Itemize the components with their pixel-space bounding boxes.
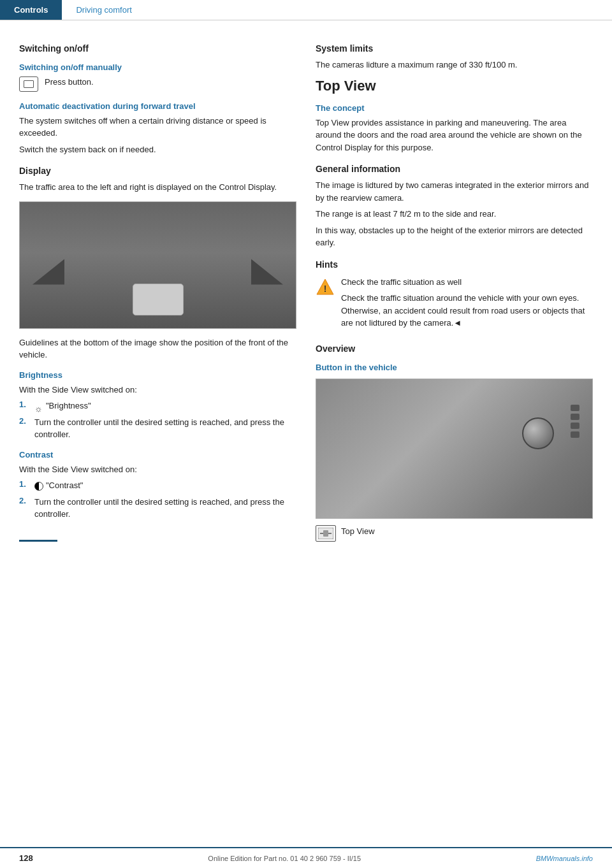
display-image bbox=[19, 201, 296, 329]
button-in-vehicle-image bbox=[316, 379, 593, 519]
hints-warning-block: ! Check the traffic situation as well Ch… bbox=[316, 276, 593, 333]
hints-title: Hints bbox=[316, 259, 593, 270]
ctrl-btn-4 bbox=[571, 431, 579, 438]
left-column: Switching on/off Switching on/off manual… bbox=[19, 33, 296, 542]
brightness-intro: With the Side View switched on: bbox=[19, 384, 296, 396]
svg-rect-3 bbox=[323, 530, 328, 537]
concept-text: Top View provides assistance in parking … bbox=[316, 117, 593, 154]
footer-edition-info: Online Edition for Part no. 01 40 2 960 … bbox=[208, 855, 361, 862]
tab-driving[interactable]: Driving comfort bbox=[62, 0, 145, 20]
contrast-step2-num: 2. bbox=[19, 496, 29, 505]
contrast-step2: 2. Turn the controller until the desired… bbox=[19, 496, 296, 521]
ctrl-btn-1 bbox=[571, 405, 579, 411]
switching-title: Switching on/off bbox=[19, 43, 296, 54]
display-caption: Guidelines at the bottom of the image sh… bbox=[19, 336, 296, 361]
auto-deact-text1: The system switches off when a certain d… bbox=[19, 115, 296, 140]
contrast-step1-content: "Contrast" bbox=[34, 479, 296, 492]
svg-text:!: ! bbox=[324, 284, 327, 294]
switching-sub-title: Switching on/off manually bbox=[19, 62, 296, 72]
hints-warning-text: Check the traffic situation as well bbox=[341, 276, 593, 289]
contrast-step1: 1. "Contrast" bbox=[19, 479, 296, 492]
topview-svg bbox=[318, 528, 333, 539]
hints-body: Check the traffic situation around the v… bbox=[341, 292, 593, 329]
main-content: Switching on/off Switching on/off manual… bbox=[0, 20, 612, 580]
brightness-step1-text: "Brightness" bbox=[34, 400, 296, 412]
general-info-text1: The image is lidtured by two cameras int… bbox=[316, 179, 593, 204]
contrast-icon bbox=[34, 482, 43, 491]
topview-badge-text: Top View bbox=[341, 525, 375, 538]
contrast-title: Contrast bbox=[19, 450, 296, 459]
brightness-step1-content: "Brightness" bbox=[34, 400, 296, 412]
brightness-step1-num: 1. bbox=[19, 400, 29, 409]
contrast-intro: With the Side View switched on: bbox=[19, 463, 296, 476]
general-info-text3: In this way, obstacles up to the height … bbox=[316, 224, 593, 249]
auto-deact-title: Automatic deactivation during forward tr… bbox=[19, 101, 296, 111]
warning-triangle-icon: ! bbox=[316, 277, 335, 296]
ctrl-btn-3 bbox=[571, 423, 579, 429]
sun-icon bbox=[34, 402, 43, 411]
topview-icon bbox=[316, 525, 336, 542]
controller-buttons bbox=[571, 405, 579, 438]
general-info-title: General information bbox=[316, 164, 593, 174]
controller-knob bbox=[522, 417, 554, 449]
concept-title: The concept bbox=[316, 103, 593, 113]
topview-badge: Top View bbox=[316, 525, 593, 542]
button-image-inner bbox=[316, 379, 592, 518]
top-view-big-title: Top View bbox=[316, 78, 593, 94]
auto-deact-text2: Switch the system back on if needed. bbox=[19, 143, 296, 156]
brightness-step1: 1. "Brightness" bbox=[19, 400, 296, 412]
brightness-step2-text: Turn the controller until the desired se… bbox=[34, 416, 296, 441]
car-left-graphic bbox=[33, 221, 64, 285]
footer: 128 Online Edition for Part no. 01 40 2 … bbox=[0, 847, 612, 868]
switching-instruction: Press button. bbox=[45, 76, 94, 89]
right-column: System limits The cameras lidture a maxi… bbox=[316, 33, 593, 542]
ctrl-btn-2 bbox=[571, 414, 579, 420]
general-info-text2: The range is at least 7 ft/2 m to the si… bbox=[316, 208, 593, 221]
display-text: The traffic area to the left and right i… bbox=[19, 181, 296, 194]
button-icon bbox=[19, 76, 38, 92]
brightness-step2-num: 2. bbox=[19, 416, 29, 426]
car-overlay bbox=[133, 284, 184, 315]
system-limits-text: The cameras lidture a maximum range of 3… bbox=[316, 59, 593, 71]
display-title: Display bbox=[19, 166, 296, 176]
brightness-step2-content: Turn the controller until the desired se… bbox=[34, 416, 296, 441]
footer-page-number: 128 bbox=[19, 853, 33, 863]
hints-text-block: Check the traffic situation as well Chec… bbox=[341, 276, 593, 333]
system-limits-title: System limits bbox=[316, 43, 593, 54]
tab-controls[interactable]: Controls bbox=[0, 0, 62, 20]
contrast-step2-content: Turn the controller until the desired se… bbox=[34, 496, 296, 521]
contrast-step1-text: "Contrast" bbox=[34, 479, 296, 492]
overview-title: Overview bbox=[316, 344, 593, 354]
button-in-vehicle-title: Button in the vehicle bbox=[316, 363, 593, 372]
brightness-title: Brightness bbox=[19, 370, 296, 380]
car-right-graphic bbox=[251, 221, 283, 285]
footer-logo: BMWmanuals.info bbox=[536, 855, 593, 862]
brightness-step2: 2. Turn the controller until the desired… bbox=[19, 416, 296, 441]
contrast-step1-num: 1. bbox=[19, 479, 29, 489]
switching-instruction-row: Press button. bbox=[19, 76, 296, 92]
display-image-inner bbox=[20, 202, 296, 328]
header-tabs: Controls Driving comfort bbox=[0, 0, 612, 20]
contrast-step2-text: Turn the controller until the desired se… bbox=[34, 496, 296, 521]
left-bottom-line bbox=[19, 540, 57, 542]
